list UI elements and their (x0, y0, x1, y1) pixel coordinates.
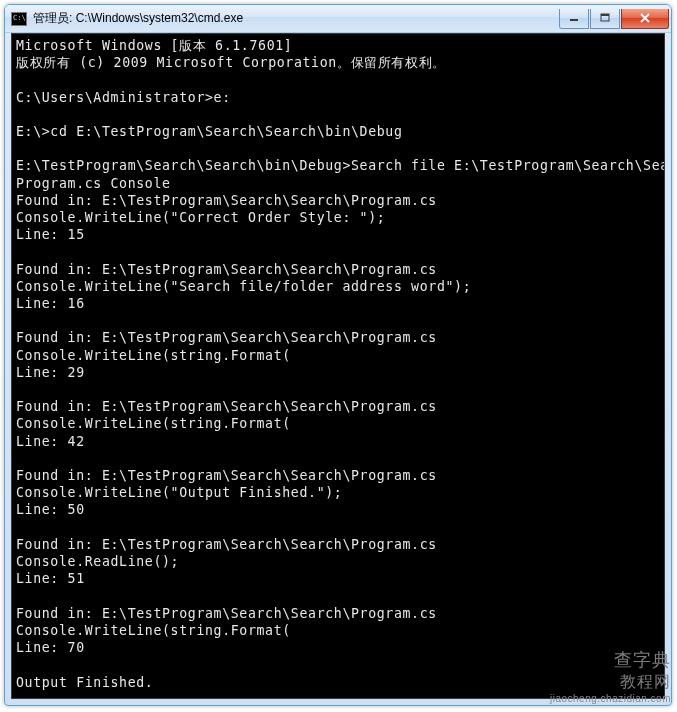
console-line: Console.WriteLine(string.Format( (16, 623, 291, 638)
console-line: Found in: E:\TestProgram\Search\Search\P… (16, 606, 437, 621)
console-line: Found in: E:\TestProgram\Search\Search\P… (16, 399, 437, 414)
console-output: Microsoft Windows [版本 6.1.7601] 版权所有 (c)… (12, 34, 664, 699)
cmd-window: 管理员: C:\Windows\system32\cmd.exe Microso… (4, 4, 672, 706)
console-line: Found in: E:\TestProgram\Search\Search\P… (16, 193, 437, 208)
console-line: Line: 16 (16, 296, 85, 311)
svg-rect-0 (570, 19, 578, 21)
console-line: Console.WriteLine(string.Format( (16, 348, 291, 363)
console-line: Line: 70 (16, 640, 85, 655)
console-line: Console.WriteLine(string.Format( (16, 416, 291, 431)
console-line: Found in: E:\TestProgram\Search\Search\P… (16, 468, 437, 483)
console-line: Line: 51 (16, 571, 85, 586)
close-button[interactable] (621, 9, 669, 29)
console-line: Console.WriteLine("Output Finished."); (16, 485, 342, 500)
console-line: Output Finished. (16, 675, 153, 690)
minimize-button[interactable] (559, 9, 589, 29)
cmd-icon (11, 12, 27, 26)
console-client-area[interactable]: Microsoft Windows [版本 6.1.7601] 版权所有 (c)… (11, 33, 665, 699)
maximize-button[interactable] (590, 9, 620, 29)
console-line: Line: 50 (16, 502, 85, 517)
console-line: Microsoft Windows [版本 6.1.7601] (16, 38, 292, 53)
window-controls (559, 9, 669, 29)
console-line: Line: 42 (16, 434, 85, 449)
console-line: E:\TestProgram\Search\Search\bin\Debug>S… (16, 158, 665, 173)
console-line: C:\Users\Administrator>e: (16, 90, 231, 105)
window-title: 管理员: C:\Windows\system32\cmd.exe (33, 10, 559, 27)
console-line: Console.WriteLine("Correct Order Style: … (16, 210, 385, 225)
console-line: Program.cs Console (16, 176, 171, 191)
console-line: Line: 29 (16, 365, 85, 380)
console-line: Line: 15 (16, 227, 85, 242)
console-line: Found in: E:\TestProgram\Search\Search\P… (16, 537, 437, 552)
titlebar[interactable]: 管理员: C:\Windows\system32\cmd.exe (5, 5, 671, 33)
console-line: Found in: E:\TestProgram\Search\Search\P… (16, 330, 437, 345)
console-line: Console.WriteLine("Search file/folder ad… (16, 279, 471, 294)
console-line: Console.ReadLine(); (16, 554, 179, 569)
console-line: E:\>cd E:\TestProgram\Search\Search\bin\… (16, 124, 403, 139)
console-line: Found in: E:\TestProgram\Search\Search\P… (16, 262, 437, 277)
svg-rect-2 (601, 14, 609, 16)
console-line: 版权所有 (c) 2009 Microsoft Corporation。保留所有… (16, 55, 446, 70)
